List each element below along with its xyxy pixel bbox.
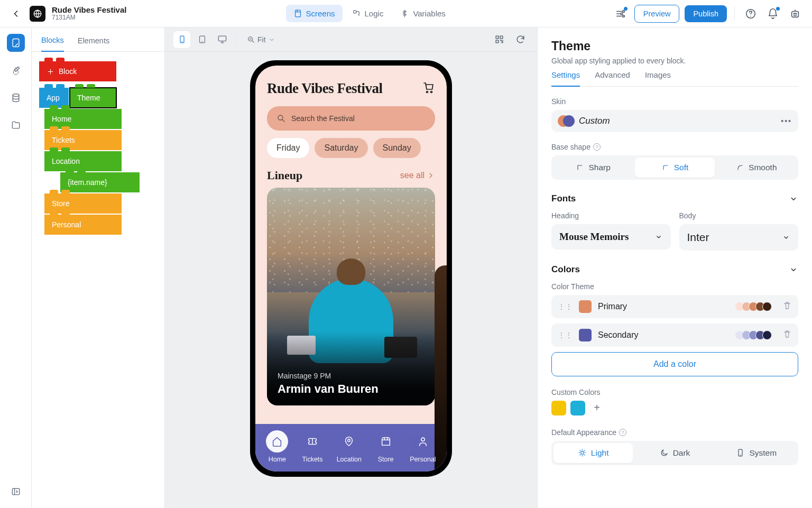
block-item-name[interactable]: {item.name} xyxy=(60,172,140,192)
rail-collapse[interactable] xyxy=(7,483,25,501)
chevron-down-icon xyxy=(789,265,798,274)
custom-colors-row: + xyxy=(551,401,798,415)
zoom-control[interactable]: Fit xyxy=(242,32,281,47)
add-custom-color[interactable]: + xyxy=(589,401,604,415)
custom-color-swatch[interactable] xyxy=(570,401,585,415)
preview-button[interactable]: Preview xyxy=(634,5,680,23)
delete-icon[interactable] xyxy=(782,301,792,312)
help-icon[interactable] xyxy=(742,5,759,22)
notifications-icon[interactable] xyxy=(764,5,781,22)
nav-logic[interactable]: Logic xyxy=(345,5,391,22)
publish-button[interactable]: Publish xyxy=(685,5,727,22)
appearance-segmented: Light Dark System xyxy=(551,441,798,465)
svg-point-23 xyxy=(348,439,350,442)
theme-tab-settings[interactable]: Settings xyxy=(551,70,580,87)
cart-icon[interactable] xyxy=(422,81,435,96)
next-card-peek[interactable] xyxy=(435,265,447,472)
drag-handle-icon[interactable]: ⋮⋮ xyxy=(558,302,573,311)
primary-swatch xyxy=(579,300,592,313)
rail-data[interactable] xyxy=(7,89,25,107)
qr-icon[interactable] xyxy=(491,31,508,48)
svg-point-11 xyxy=(13,94,19,97)
settings-toggle-icon[interactable] xyxy=(612,5,629,22)
device-phone[interactable] xyxy=(173,31,190,48)
delete-icon[interactable] xyxy=(782,329,792,340)
see-all-link[interactable]: see all xyxy=(400,171,435,180)
nav-variables[interactable]: Variables xyxy=(393,5,453,22)
svg-rect-15 xyxy=(218,36,226,41)
lineup-card[interactable]: Mainstage 9 PM Armin van Buuren xyxy=(267,188,435,405)
color-primary-row[interactable]: ⋮⋮ Primary xyxy=(551,295,798,318)
app-icon xyxy=(30,6,45,22)
svg-rect-2 xyxy=(353,11,356,13)
add-color-button[interactable]: Add a color xyxy=(551,352,798,376)
color-secondary-row[interactable]: ⋮⋮ Secondary xyxy=(551,324,798,347)
tab-store[interactable]: Store xyxy=(375,430,397,463)
shape-sharp[interactable]: Sharp xyxy=(553,158,633,178)
skin-selector[interactable]: Custom ••• xyxy=(551,110,798,132)
appearance-system[interactable]: System xyxy=(717,443,796,463)
base-shape-segmented: Sharp Soft Smooth xyxy=(551,155,798,180)
nav-screens[interactable]: Screens xyxy=(286,5,343,22)
pill-saturday[interactable]: Saturday xyxy=(315,138,367,158)
pill-sunday[interactable]: Sunday xyxy=(373,138,421,158)
fonts-section-toggle[interactable]: Fonts xyxy=(551,193,798,204)
panel-title: Theme xyxy=(551,39,798,53)
rail-files[interactable] xyxy=(7,116,25,134)
app-subtitle: 7131AM xyxy=(52,14,126,21)
info-icon[interactable]: ? xyxy=(593,143,601,151)
tab-blocks[interactable]: Blocks xyxy=(41,36,64,52)
shape-soft[interactable]: Soft xyxy=(635,158,714,178)
svg-rect-19 xyxy=(496,40,499,43)
secondary-shades xyxy=(737,330,772,340)
block-personal[interactable]: Personal xyxy=(44,215,122,235)
svg-point-3 xyxy=(623,10,625,12)
rail-screens[interactable] xyxy=(7,34,25,52)
section-title: Lineup xyxy=(267,169,302,182)
back-button[interactable] xyxy=(8,6,23,21)
svg-rect-18 xyxy=(500,36,503,39)
custom-color-swatch[interactable] xyxy=(551,401,566,415)
card-stage: Mainstage 9 PM xyxy=(278,372,379,380)
svg-point-20 xyxy=(427,91,428,93)
svg-point-9 xyxy=(796,13,797,14)
block-theme[interactable]: Theme xyxy=(70,88,116,108)
svg-point-21 xyxy=(431,91,432,93)
base-shape-label: Base shape? xyxy=(551,143,798,151)
tab-elements[interactable]: Elements xyxy=(78,36,109,51)
tab-home[interactable]: Home xyxy=(266,430,288,463)
shape-smooth[interactable]: Smooth xyxy=(717,158,796,178)
drag-handle-icon[interactable]: ⋮⋮ xyxy=(558,331,573,339)
svg-rect-1 xyxy=(295,10,300,17)
skin-swatch xyxy=(558,115,574,127)
tab-tickets[interactable]: Tickets xyxy=(301,430,324,463)
tab-location[interactable]: Location xyxy=(337,430,362,463)
search-input[interactable]: Search the Festival xyxy=(267,106,435,131)
device-desktop[interactable] xyxy=(214,31,230,48)
tab-personal[interactable]: Personal xyxy=(410,430,436,463)
primary-shades xyxy=(737,302,772,311)
app-title-block: Rude Vibes Festival 7131AM xyxy=(52,6,126,22)
colors-section-toggle[interactable]: Colors xyxy=(551,264,798,275)
svg-rect-7 xyxy=(792,11,799,17)
pill-friday[interactable]: Friday xyxy=(267,138,309,158)
rail-design[interactable] xyxy=(7,61,25,79)
heading-font-select[interactable]: Mouse Memoirs xyxy=(551,224,671,250)
skin-more-icon[interactable]: ••• xyxy=(781,117,792,125)
theme-tab-images[interactable]: Images xyxy=(645,70,671,86)
device-frame: Rude Vibes Festival Search the Festival … xyxy=(250,60,452,477)
device-tablet[interactable] xyxy=(193,31,210,48)
info-icon[interactable]: ? xyxy=(619,429,626,436)
secondary-swatch xyxy=(579,329,592,341)
app-title: Rude Vibes Festival xyxy=(52,6,126,15)
robot-icon[interactable] xyxy=(787,5,804,22)
add-block-button[interactable]: Block xyxy=(39,61,116,81)
appearance-light[interactable]: Light xyxy=(553,443,633,463)
body-font-select[interactable]: Inter xyxy=(679,224,799,251)
theme-tab-advanced[interactable]: Advanced xyxy=(595,70,630,86)
refresh-icon[interactable] xyxy=(512,31,529,48)
appearance-dark[interactable]: Dark xyxy=(635,443,714,463)
default-appearance-label: Default Appearance? xyxy=(551,428,798,437)
skin-label: Skin xyxy=(551,97,798,106)
svg-point-8 xyxy=(793,13,795,14)
